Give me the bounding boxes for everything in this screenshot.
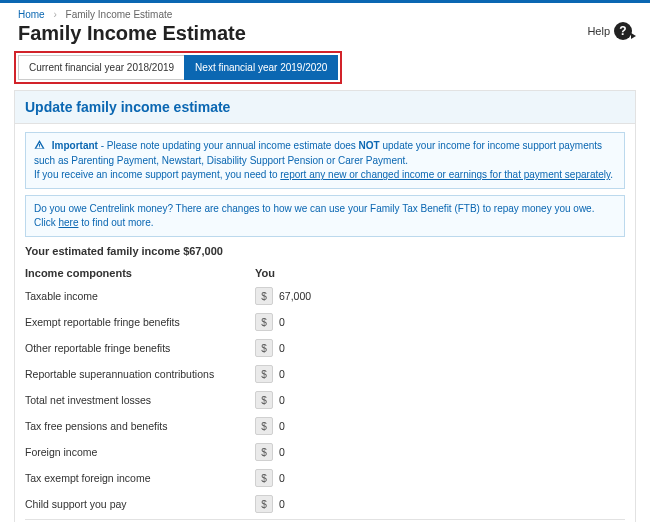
table-header: Income components You bbox=[25, 263, 625, 283]
currency-icon: $ bbox=[255, 287, 273, 305]
breadcrumb: Home › Family Income Estimate bbox=[0, 3, 650, 22]
income-label: Exempt reportable fringe benefits bbox=[25, 316, 255, 328]
owe-link[interactable]: here bbox=[58, 217, 78, 228]
income-value: 0 bbox=[279, 316, 285, 328]
estimated-income-line: Your estimated family income $67,000 bbox=[25, 245, 625, 257]
income-row: Reportable superannuation contributions$… bbox=[25, 361, 625, 387]
important-label: Important bbox=[52, 140, 98, 151]
currency-icon: $ bbox=[255, 443, 273, 461]
income-label: Child support you pay bbox=[25, 498, 255, 510]
income-value: 0 bbox=[279, 420, 285, 432]
income-label: Tax exempt foreign income bbox=[25, 472, 255, 484]
currency-icon: $ bbox=[255, 417, 273, 435]
income-row: Foreign income$0 bbox=[25, 439, 625, 465]
income-value: 0 bbox=[279, 498, 285, 510]
currency-icon: $ bbox=[255, 339, 273, 357]
income-row: Tax free pensions and benefits$0 bbox=[25, 413, 625, 439]
help-icon: ? bbox=[614, 22, 632, 40]
income-value: 0 bbox=[279, 368, 285, 380]
help-label: Help bbox=[587, 25, 610, 37]
income-label: Other reportable fringe benefits bbox=[25, 342, 255, 354]
income-label: Tax free pensions and benefits bbox=[25, 420, 255, 432]
panel-heading: Update family income estimate bbox=[15, 91, 635, 124]
income-value: 67,000 bbox=[279, 290, 311, 302]
income-label: Total net investment losses bbox=[25, 394, 255, 406]
income-value: 0 bbox=[279, 394, 285, 406]
breadcrumb-home[interactable]: Home bbox=[18, 9, 45, 20]
currency-icon: $ bbox=[255, 469, 273, 487]
income-value: 0 bbox=[279, 446, 285, 458]
important-notice: Important - Please note updating your an… bbox=[25, 132, 625, 189]
currency-icon: $ bbox=[255, 365, 273, 383]
owe-notice: Do you owe Centrelink money? There are c… bbox=[25, 195, 625, 237]
tab-current-year[interactable]: Current financial year 2018/2019 bbox=[18, 55, 185, 80]
help-button[interactable]: Help ? bbox=[587, 22, 632, 40]
income-row: Exempt reportable fringe benefits$0 bbox=[25, 309, 625, 335]
income-row: Total net investment losses$0 bbox=[25, 387, 625, 413]
currency-icon: $ bbox=[255, 313, 273, 331]
tab-next-year[interactable]: Next financial year 2019/2020 bbox=[184, 55, 338, 80]
col-components: Income components bbox=[25, 267, 255, 279]
page-title: Family Income Estimate bbox=[18, 22, 246, 45]
income-label: Foreign income bbox=[25, 446, 255, 458]
report-income-link[interactable]: report any new or changed income or earn… bbox=[280, 169, 610, 180]
breadcrumb-current: Family Income Estimate bbox=[66, 9, 173, 20]
currency-icon: $ bbox=[255, 391, 273, 409]
income-row: Tax exempt foreign income$0 bbox=[25, 465, 625, 491]
chevron-right-icon: › bbox=[53, 9, 56, 20]
income-row: Other reportable fringe benefits$0 bbox=[25, 335, 625, 361]
income-label: Taxable income bbox=[25, 290, 255, 302]
tabs-highlight: Current financial year 2018/2019 Next fi… bbox=[14, 51, 342, 84]
income-value: 0 bbox=[279, 342, 285, 354]
currency-icon: $ bbox=[255, 495, 273, 513]
income-row: Taxable income$67,000 bbox=[25, 283, 625, 309]
income-value: 0 bbox=[279, 472, 285, 484]
update-panel: Update family income estimate Important … bbox=[14, 90, 636, 522]
col-you: You bbox=[255, 267, 375, 279]
income-row: Child support you pay$0 bbox=[25, 491, 625, 517]
warning-icon bbox=[34, 139, 45, 154]
income-label: Reportable superannuation contributions bbox=[25, 368, 255, 380]
